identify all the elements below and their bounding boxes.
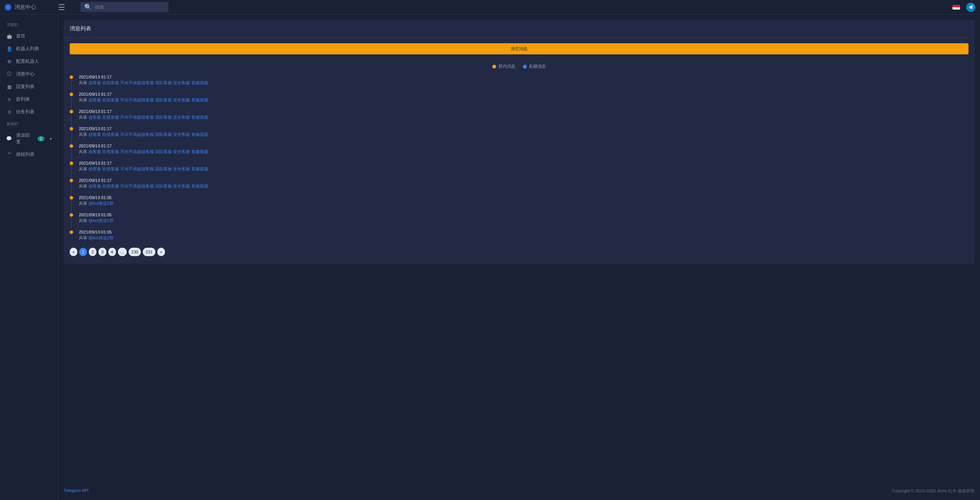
search-box: 🔍 <box>80 2 168 12</box>
message-content: 风筝 @客服 在线客服 不对不填超级客服 国际客服 安全客服 客服搭建 <box>79 80 969 86</box>
message-date: 2021/09/13 01:05 <box>79 195 969 200</box>
timeline-item[interactable]: 2021/09/13 01:05 风筝 @bot推送2群 <box>79 195 969 206</box>
timeline-dot <box>70 196 73 199</box>
timeline-item[interactable]: 2021/09/13 01:17 风筝 @客服 在线客服 不对不填超级客服 国际… <box>79 178 969 189</box>
legend-label: 私聊消息 <box>529 64 546 69</box>
timeline-item[interactable]: 2021/09/13 01:17 风筝 @客服 在线客服 不对不填超级客服 国际… <box>79 161 969 172</box>
sidebar-item-label: 任务列表 <box>16 109 34 115</box>
timeline-item[interactable]: 2021/09/13 01:17 风筝 @客服 在线客服 不对不填超级客服 国际… <box>79 92 969 103</box>
sidebar: 功能栏 🤖 首页 👤 机器人列表 ⚙ 配置机器人 ⓘ 消息中心 ▦ 回复列表 ≡… <box>0 0 58 500</box>
timeline-item[interactable]: 2021/09/13 01:05 风筝 @bot推送2群 <box>79 230 969 241</box>
message-content: 风筝 @客服 在线客服 不对不填超级客服 国际客服 安全客服 客服搭建 <box>79 114 969 120</box>
sidebar-item-group-list[interactable]: ≡ 群列表 <box>0 93 58 106</box>
robot-icon: 🤖 <box>6 33 12 39</box>
page-button[interactable]: 231 <box>143 248 155 256</box>
footer-api-link[interactable]: Telegarm API <box>64 488 88 494</box>
info-icon: ⓘ <box>6 71 12 77</box>
sidebar-item-reply-list[interactable]: ▦ 回复列表 <box>0 80 58 93</box>
flag-icon[interactable] <box>952 5 960 10</box>
telegram-icon[interactable] <box>966 3 975 12</box>
timeline-item[interactable]: 2021/09/13 01:05 风筝 @bot推送2群 <box>79 212 969 224</box>
message-date: 2021/09/13 01:17 <box>79 178 969 183</box>
sidebar-item-task-list[interactable]: ♔ 任务列表 <box>0 106 58 118</box>
menu-toggle-icon[interactable]: ☰ <box>58 3 65 12</box>
message-date: 2021/09/13 01:17 <box>79 92 969 96</box>
header: 消息中心 ☰ 🔍 <box>0 0 980 15</box>
timeline-dot <box>70 213 73 217</box>
timeline-item[interactable]: 2021/09/13 01:17 风筝 @客服 在线客服 不对不填超级客服 国际… <box>79 144 969 155</box>
badge: 2 <box>38 136 44 141</box>
legend-group: 群内消息 <box>492 64 515 69</box>
sidebar-item-button-list[interactable]: 📱 按钮列表 <box>0 148 58 161</box>
mobile-icon: 📱 <box>6 152 12 158</box>
search-input[interactable] <box>95 5 165 10</box>
page-button[interactable]: 2 <box>89 248 96 256</box>
message-date: 2021/09/13 01:17 <box>79 75 969 79</box>
layers-icon: ≡ <box>6 96 12 103</box>
timeline-dot <box>70 230 73 234</box>
message-content: 风筝 @客服 在线客服 不对不填超级客服 国际客服 安全客服 客服搭建 <box>79 166 969 172</box>
card-body: 清空消息 群内消息 私聊消息 2021/09/13 01:17 风筝 @客服 在… <box>64 38 975 264</box>
sidebar-item-label: 回复列表 <box>16 83 34 90</box>
main-content: 消息列表 清空消息 群内消息 私聊消息 2021/09/13 01:17 风筝 … <box>58 0 980 500</box>
sidebar-item-label: 配置机器人 <box>16 58 39 65</box>
message-date: 2021/09/13 01:17 <box>79 161 969 165</box>
sidebar-section-data: 数据栏 <box>0 118 58 129</box>
logo-icon <box>5 4 11 11</box>
message-content: 风筝 @bot推送2群 <box>79 201 969 206</box>
message-content: 风筝 @客服 在线客服 不对不填超级客服 国际客服 安全客服 客服搭建 <box>79 97 969 103</box>
message-date: 2021/09/13 01:17 <box>79 126 969 131</box>
sidebar-item-message-center[interactable]: ⓘ 消息中心 <box>0 68 58 80</box>
timeline-item[interactable]: 2021/09/13 01:17 风筝 @客服 在线客服 不对不填超级客服 国际… <box>79 126 969 137</box>
message-content: 风筝 @客服 在线客服 不对不填超级客服 国际客服 安全客服 客服搭建 <box>79 132 969 137</box>
header-right <box>952 3 975 12</box>
user-circle-icon: 👤 <box>6 46 12 52</box>
search-icon: 🔍 <box>84 3 92 11</box>
clear-messages-button[interactable]: 清空消息 <box>70 43 969 54</box>
timeline-item[interactable]: 2021/09/13 01:17 风筝 @客服 在线客服 不对不填超级客服 国际… <box>79 109 969 120</box>
sidebar-item-label: 添加回复 <box>16 132 34 145</box>
legend-dot-orange <box>492 65 496 69</box>
chat-icon: 💬 <box>6 136 12 142</box>
page-button[interactable]: 230 <box>129 248 141 256</box>
sidebar-item-label: 消息中心 <box>16 71 34 77</box>
timeline: 2021/09/13 01:17 风筝 @客服 在线客服 不对不填超级客服 国际… <box>70 75 969 241</box>
page-button[interactable]: 3 <box>98 248 106 256</box>
message-content: 风筝 @bot推送2群 <box>79 235 969 241</box>
card-title: 消息列表 <box>64 20 975 38</box>
message-content: 风筝 @客服 在线客服 不对不填超级客服 国际客服 安全客服 客服搭建 <box>79 149 969 155</box>
page-button[interactable]: 4 <box>108 248 116 256</box>
list-icon: ▦ <box>6 84 12 90</box>
settings-icon: ⚙ <box>6 59 12 65</box>
footer-copyright: Copyright © 2010-2020, Azhe 红牛 版权所有 <box>892 488 975 494</box>
sidebar-item-config-bot[interactable]: ⚙ 配置机器人 <box>0 55 58 68</box>
footer: Telegarm API Copyright © 2010-2020, Azhe… <box>64 482 975 500</box>
sidebar-item-label: 机器人列表 <box>16 46 39 52</box>
message-content: 风筝 @bot推送2群 <box>79 218 969 224</box>
timeline-dot <box>70 110 73 113</box>
page-prev[interactable]: « <box>70 248 77 256</box>
timeline-dot <box>70 93 73 96</box>
app-title: 消息中心 <box>15 4 36 11</box>
timeline-dot <box>70 127 73 131</box>
sidebar-item-add-reply[interactable]: 💬 添加回复 2 ▾ <box>0 129 58 148</box>
pagination: «1234...230231» <box>70 248 969 256</box>
page-button: ... <box>118 248 127 256</box>
message-date: 2021/09/13 01:17 <box>79 144 969 148</box>
sidebar-item-bot-list[interactable]: 👤 机器人列表 <box>0 42 58 55</box>
message-date: 2021/09/13 01:05 <box>79 212 969 217</box>
sidebar-item-home[interactable]: 🤖 首页 <box>0 30 58 42</box>
legend-label: 群内消息 <box>498 64 515 69</box>
timeline-item[interactable]: 2021/09/13 01:17 风筝 @客服 在线客服 不对不填超级客服 国际… <box>79 75 969 86</box>
message-list-card: 消息列表 清空消息 群内消息 私聊消息 2021/09/13 01:17 风筝 … <box>64 20 975 264</box>
sidebar-item-label: 首页 <box>16 33 25 39</box>
message-date: 2021/09/13 01:05 <box>79 230 969 234</box>
timeline-dot <box>70 162 73 165</box>
legend-private: 私聊消息 <box>523 64 546 69</box>
chess-icon: ♔ <box>6 109 12 115</box>
page-next[interactable]: » <box>157 248 165 256</box>
chevron-down-icon: ▾ <box>50 137 52 141</box>
timeline-dot <box>70 179 73 182</box>
logo: 消息中心 <box>5 4 58 11</box>
page-button[interactable]: 1 <box>79 248 87 256</box>
